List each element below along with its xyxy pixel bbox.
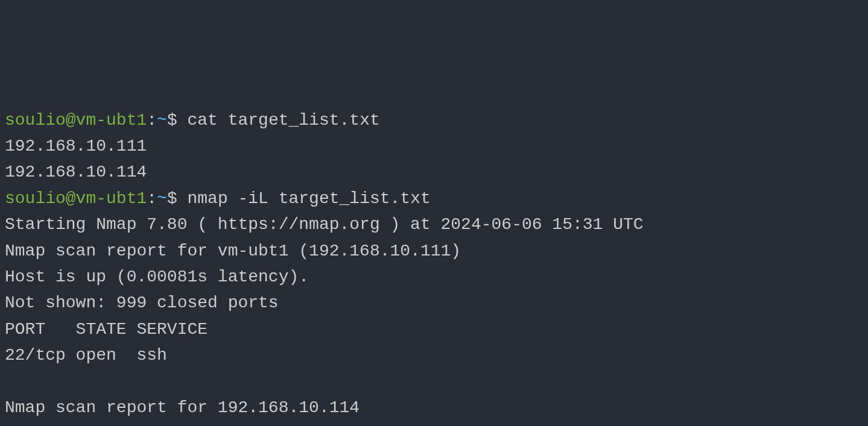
command-text: nmap -iL target_list.txt xyxy=(187,189,430,208)
terminal-line: Host is up (0.00081s latency). xyxy=(5,264,863,290)
output-text xyxy=(5,372,15,390)
prompt-path: ~ xyxy=(157,189,167,208)
terminal-line: Nmap scan report for 192.168.10.114 xyxy=(5,395,863,421)
prompt-colon: : xyxy=(147,111,157,130)
output-text: Nmap scan report for 192.168.10.114 xyxy=(5,398,360,417)
output-text: 22/tcp open ssh xyxy=(5,346,167,365)
prompt-user-host: soulio@vm-ubt1 xyxy=(5,189,147,208)
terminal-line: Host is up (0.00098s latency). xyxy=(5,421,863,426)
terminal-line: soulio@vm-ubt1:~$ cat target_list.txt xyxy=(5,107,863,133)
terminal-line: 192.168.10.114 xyxy=(5,159,863,185)
output-text: 192.168.10.114 xyxy=(5,163,147,181)
output-text: Nmap scan report for vm-ubt1 (192.168.10… xyxy=(5,242,461,260)
output-text: Starting Nmap 7.80 ( https://nmap.org ) … xyxy=(5,215,644,234)
prompt-dollar: $ xyxy=(167,111,188,130)
terminal-window[interactable]: soulio@vm-ubt1:~$ cat target_list.txt192… xyxy=(5,107,863,426)
prompt-dollar: $ xyxy=(167,189,188,208)
prompt-colon: : xyxy=(147,189,157,208)
terminal-line: Not shown: 999 closed ports xyxy=(5,290,863,316)
terminal-line: 192.168.10.111 xyxy=(5,133,863,159)
output-text: PORT STATE SERVICE xyxy=(5,320,207,339)
prompt-path: ~ xyxy=(157,111,167,130)
output-text: Not shown: 999 closed ports xyxy=(5,293,279,312)
prompt-user-host: soulio@vm-ubt1 xyxy=(5,111,147,130)
terminal-line: 22/tcp open ssh xyxy=(5,342,863,368)
command-text: cat target_list.txt xyxy=(187,111,379,130)
terminal-line: PORT STATE SERVICE xyxy=(5,316,863,342)
terminal-line: Starting Nmap 7.80 ( https://nmap.org ) … xyxy=(5,211,863,237)
terminal-line: Nmap scan report for vm-ubt1 (192.168.10… xyxy=(5,238,863,264)
terminal-line: soulio@vm-ubt1:~$ nmap -iL target_list.t… xyxy=(5,186,863,211)
output-text: 192.168.10.111 xyxy=(5,137,147,155)
terminal-line xyxy=(5,368,863,394)
output-text: Host is up (0.00081s latency). xyxy=(5,268,309,286)
